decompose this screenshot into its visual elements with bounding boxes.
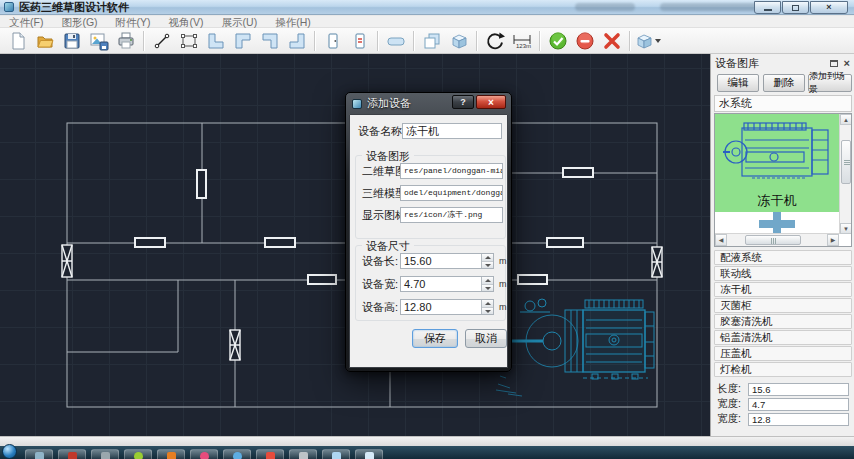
model3d-input[interactable]: odel/equipment/dongganji.ive (400, 185, 503, 201)
taskbar-app-icon[interactable] (223, 449, 251, 459)
confirm-tool-button[interactable] (544, 29, 571, 53)
spin-down-icon[interactable] (482, 308, 493, 315)
copy-tool-button[interactable] (418, 29, 445, 53)
display-icon-input[interactable]: res/icon/冻干.png (400, 207, 503, 223)
rotate-tool-icon (485, 31, 505, 51)
rect-tool-button[interactable] (175, 29, 202, 53)
category-capping-machine[interactable]: 压盖机 (714, 346, 852, 361)
sketch2d-input[interactable]: res/panel/donggan-mian.ive (400, 163, 503, 179)
export-image-button[interactable] (85, 29, 112, 53)
width-unit: m (499, 279, 507, 289)
taskbar-app-icon[interactable] (124, 449, 152, 459)
length-field-input[interactable]: 15.6 (748, 383, 849, 396)
cube-tool-button[interactable] (445, 29, 472, 53)
height-spinner[interactable] (481, 300, 493, 314)
horizontal-scroll-thumb[interactable] (745, 235, 801, 245)
width-field-input[interactable]: 4.7 (748, 398, 849, 411)
width-spinner[interactable] (481, 277, 493, 291)
corner-tool-3-button[interactable] (256, 29, 283, 53)
save-button[interactable]: 保存 (412, 329, 458, 348)
start-button[interactable] (2, 444, 17, 459)
print-button[interactable] (112, 29, 139, 53)
window-title: 医药三维草图设计软件 (19, 0, 129, 15)
corner-tool-2-icon (233, 31, 253, 51)
category-stopper-washer[interactable]: 胶塞清洗机 (714, 314, 852, 329)
scroll-down-icon[interactable]: ▼ (840, 223, 852, 234)
delete-button[interactable]: 删除 (763, 74, 805, 92)
save-button[interactable] (58, 29, 85, 53)
length-input[interactable]: 15.60 (400, 253, 494, 269)
taskbar-app-icon[interactable] (91, 449, 119, 459)
taskbar-app-icon[interactable] (289, 449, 317, 459)
height-field-input[interactable]: 12.8 (748, 413, 849, 426)
wall-segment-tool-button[interactable] (382, 29, 409, 53)
taskbar-app-icon[interactable] (58, 449, 86, 459)
new-file-button[interactable] (4, 29, 31, 53)
rotate-tool-button[interactable] (481, 29, 508, 53)
windows-taskbar (0, 446, 854, 459)
vertical-scrollbar[interactable]: ▲ ▼ (839, 114, 851, 234)
minimize-button[interactable] (754, 1, 781, 14)
edit-button[interactable]: 编辑 (717, 74, 759, 92)
width-input[interactable]: 4.70 (400, 276, 494, 292)
spin-up-icon[interactable] (482, 300, 493, 308)
menu-operate[interactable]: 操作(H) (266, 16, 320, 28)
door-tool-button[interactable] (319, 29, 346, 53)
scroll-left-icon[interactable]: ◀ (715, 234, 727, 246)
category-light-inspector[interactable]: 灯检机 (714, 362, 852, 377)
taskbar-app-icon[interactable] (190, 449, 218, 459)
spin-down-icon[interactable] (482, 262, 493, 269)
taskbar-app-icon[interactable] (25, 449, 53, 459)
cancel-button[interactable]: 取消 (465, 329, 507, 348)
close-panel-icon[interactable]: × (844, 58, 850, 69)
menu-attachment[interactable]: 附件(Y) (107, 16, 160, 28)
taskbar-app-icon[interactable] (355, 449, 383, 459)
open-folder-button[interactable] (31, 29, 58, 53)
add-equipment-item[interactable] (715, 212, 839, 235)
spin-up-icon[interactable] (482, 277, 493, 285)
float-panel-icon[interactable] (830, 60, 838, 67)
scroll-up-icon[interactable]: ▲ (840, 114, 852, 125)
corner-tool-1-button[interactable] (202, 29, 229, 53)
category-linkage-line[interactable]: 联动线 (714, 266, 852, 281)
spin-down-icon[interactable] (482, 285, 493, 292)
add-to-scene-button[interactable]: 添加到场景 (808, 74, 852, 92)
dialog-close-button[interactable]: × (476, 95, 506, 109)
menu-view[interactable]: 视角(V) (160, 16, 213, 28)
height-input[interactable]: 12.80 (400, 299, 494, 315)
remove-tool-button[interactable] (571, 29, 598, 53)
view-cube-icon (634, 31, 653, 51)
category-cap-washer[interactable]: 铝盖清洗机 (714, 330, 852, 345)
close-button[interactable]: × (810, 1, 848, 14)
spin-up-icon[interactable] (482, 254, 493, 262)
taskbar-app-icon[interactable] (157, 449, 185, 459)
horizontal-scrollbar[interactable]: ◀ ▶ (715, 233, 839, 246)
equipment-thumbnail-label[interactable]: 冻干机 (715, 192, 839, 212)
category-liquid-preparation[interactable]: 配液系统 (714, 250, 852, 265)
vertical-scroll-thumb[interactable] (841, 140, 851, 184)
taskbar-app-icon[interactable] (256, 449, 284, 459)
length-spinner[interactable] (481, 254, 493, 268)
menu-file[interactable]: 文件(F) (0, 16, 52, 28)
corner-tool-2-button[interactable] (229, 29, 256, 53)
section-water-system[interactable]: 水系统 (714, 95, 852, 112)
equipment-name-input[interactable]: 冻干机 (402, 123, 502, 139)
menu-display[interactable]: 展示(U) (213, 16, 267, 28)
dropdown-caret-icon (655, 39, 661, 43)
taskbar-app-icon[interactable] (322, 449, 350, 459)
category-freeze-dryer[interactable]: 冻干机 (714, 282, 852, 297)
equipment-thumbnail-selected[interactable] (715, 114, 839, 192)
door-marked-tool-button[interactable] (346, 29, 373, 53)
toolbar-separator (413, 31, 414, 51)
category-sterilizer[interactable]: 灭菌柜 (714, 298, 852, 313)
dimension-tool-button[interactable]: 123m (508, 29, 535, 53)
view-cube-button[interactable] (634, 29, 661, 53)
scroll-right-icon[interactable]: ▶ (827, 234, 839, 246)
line-tool-button[interactable] (148, 29, 175, 53)
corner-tool-4-button[interactable] (283, 29, 310, 53)
menu-graphics[interactable]: 图形(G) (52, 16, 106, 28)
dialog-titlebar[interactable]: 添加设备 ? × (349, 93, 508, 114)
dialog-help-button[interactable]: ? (452, 95, 474, 109)
restore-button[interactable] (782, 1, 809, 14)
delete-tool-button[interactable] (598, 29, 625, 53)
